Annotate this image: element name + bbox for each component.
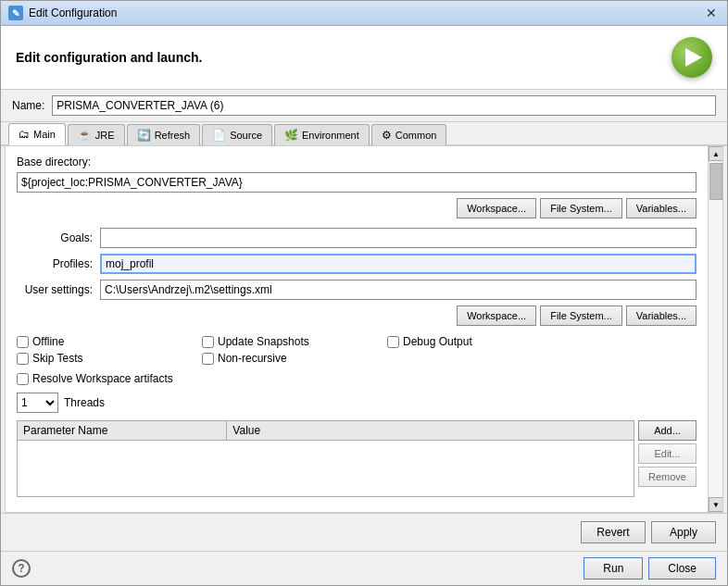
common-tab-icon: ⚙ bbox=[382, 129, 392, 142]
checkboxes-area: Offline Update Snapshots Debug Output Sk… bbox=[17, 335, 697, 368]
goals-label: Goals: bbox=[17, 231, 100, 244]
threads-row: 1 2 4 Threads bbox=[17, 393, 697, 413]
content-scrollable: Base directory: Workspace... File System… bbox=[5, 146, 723, 513]
user-settings-row: User settings: bbox=[17, 280, 697, 300]
close-window-button[interactable]: ✕ bbox=[703, 5, 720, 21]
run-button[interactable]: Run bbox=[584, 557, 643, 580]
debug-output-checkbox-row: Debug Output bbox=[387, 335, 572, 348]
resolve-workspace-row: Resolve Workspace artifacts bbox=[17, 372, 697, 385]
param-name-header: Parameter Name bbox=[18, 421, 227, 440]
common-tab-label: Common bbox=[395, 130, 437, 141]
tabs-row: 🗂 Main ☕ JRE 🔄 Refresh 📄 Source 🌿 Enviro… bbox=[1, 122, 727, 146]
main-tab-label: Main bbox=[33, 129, 56, 140]
variables-button-1[interactable]: Variables... bbox=[626, 198, 697, 218]
scrollbar[interactable]: ▲ ▼ bbox=[708, 146, 722, 512]
offline-checkbox-row: Offline bbox=[17, 335, 202, 348]
non-recursive-checkbox-row: Non-recursive bbox=[202, 352, 287, 365]
non-recursive-checkbox[interactable] bbox=[202, 353, 214, 365]
apply-button[interactable]: Apply bbox=[651, 521, 716, 543]
table-side-buttons: Add... Edit... Remove bbox=[638, 420, 697, 497]
file-system-button-2[interactable]: File System... bbox=[540, 305, 622, 326]
run-icon-button[interactable] bbox=[672, 37, 712, 78]
update-snapshots-label: Update Snapshots bbox=[218, 335, 309, 348]
close-button[interactable]: Close bbox=[648, 557, 716, 580]
skip-tests-checkbox[interactable] bbox=[17, 353, 29, 365]
workspace-button-2[interactable]: Workspace... bbox=[457, 305, 536, 326]
base-dir-input[interactable] bbox=[17, 172, 697, 193]
profiles-label: Profiles: bbox=[17, 257, 100, 270]
help-button[interactable]: ? bbox=[12, 559, 31, 578]
scroll-up-arrow[interactable]: ▲ bbox=[709, 146, 723, 161]
profiles-row: Profiles: bbox=[17, 254, 697, 274]
scroll-thumb[interactable] bbox=[709, 163, 722, 200]
threads-label: Threads bbox=[64, 396, 105, 409]
debug-output-checkbox[interactable] bbox=[387, 336, 399, 348]
revert-button[interactable]: Revert bbox=[581, 521, 646, 543]
resolve-workspace-label: Resolve Workspace artifacts bbox=[32, 372, 173, 385]
bottom-buttons-row: Revert Apply bbox=[1, 513, 727, 551]
skip-tests-checkbox-row: Skip Tests bbox=[17, 352, 202, 365]
goals-row: Goals: bbox=[17, 228, 697, 248]
update-snapshots-checkbox-row: Update Snapshots bbox=[202, 335, 387, 348]
tab-environment[interactable]: 🌿 Environment bbox=[274, 124, 370, 145]
tab-refresh[interactable]: 🔄 Refresh bbox=[127, 124, 201, 145]
edit-config-icon: ✎ bbox=[8, 6, 23, 20]
param-value-header: Value bbox=[227, 421, 634, 440]
dialog: ✎ Edit Configuration ✕ Edit configuratio… bbox=[0, 0, 728, 586]
offline-label: Offline bbox=[32, 335, 64, 348]
parameter-table-wrapper: Parameter Name Value Add... Edit... Remo… bbox=[17, 420, 697, 497]
scroll-track[interactable] bbox=[709, 161, 722, 497]
table-body bbox=[18, 441, 634, 496]
name-input[interactable] bbox=[52, 95, 716, 116]
variables-button-2[interactable]: Variables... bbox=[626, 305, 697, 326]
offline-checkbox[interactable] bbox=[17, 336, 29, 348]
non-recursive-label: Non-recursive bbox=[218, 352, 287, 365]
env-tab-label: Environment bbox=[302, 130, 359, 141]
user-settings-buttons: Workspace... File System... Variables... bbox=[17, 305, 697, 326]
tab-source[interactable]: 📄 Source bbox=[202, 124, 272, 145]
scroll-down-arrow[interactable]: ▼ bbox=[709, 497, 723, 512]
title-bar: ✎ Edit Configuration ✕ bbox=[1, 1, 727, 26]
title-bar-left: ✎ Edit Configuration bbox=[8, 6, 117, 20]
parameter-table: Parameter Name Value bbox=[17, 420, 634, 497]
main-tab-icon: 🗂 bbox=[19, 128, 30, 141]
profiles-input[interactable] bbox=[100, 254, 697, 274]
tab-jre[interactable]: ☕ JRE bbox=[68, 124, 125, 145]
run-triangle-icon bbox=[685, 48, 702, 67]
content-inner: Base directory: Workspace... File System… bbox=[6, 146, 708, 512]
env-tab-icon: 🌿 bbox=[284, 129, 298, 142]
file-system-button-1[interactable]: File System... bbox=[540, 198, 622, 218]
table-header: Parameter Name Value bbox=[18, 421, 634, 441]
add-parameter-button[interactable]: Add... bbox=[638, 420, 697, 441]
goals-input[interactable] bbox=[100, 228, 697, 248]
title-bar-text: Edit Configuration bbox=[29, 6, 117, 19]
tab-main[interactable]: 🗂 Main bbox=[8, 123, 66, 145]
tab-common[interactable]: ⚙ Common bbox=[371, 124, 447, 145]
edit-parameter-button[interactable]: Edit... bbox=[638, 443, 697, 464]
workspace-button-1[interactable]: Workspace... bbox=[457, 198, 536, 218]
name-label: Name: bbox=[12, 99, 44, 112]
source-tab-icon: 📄 bbox=[212, 129, 226, 142]
run-close-row: ? Run Close bbox=[1, 551, 727, 585]
update-snapshots-checkbox[interactable] bbox=[202, 336, 214, 348]
base-dir-buttons: Workspace... File System... Variables... bbox=[17, 198, 697, 218]
jre-tab-label: JRE bbox=[95, 130, 115, 141]
header-title: Edit configuration and launch. bbox=[16, 50, 202, 65]
header-area: Edit configuration and launch. bbox=[1, 26, 727, 90]
debug-output-label: Debug Output bbox=[403, 335, 472, 348]
user-settings-label: User settings: bbox=[17, 283, 100, 296]
threads-select[interactable]: 1 2 4 bbox=[17, 393, 58, 413]
remove-parameter-button[interactable]: Remove bbox=[638, 467, 697, 487]
name-row: Name: bbox=[1, 90, 727, 122]
source-tab-label: Source bbox=[230, 130, 262, 141]
refresh-tab-label: Refresh bbox=[155, 130, 191, 141]
resolve-workspace-checkbox[interactable] bbox=[17, 373, 29, 385]
run-close-buttons: Run Close bbox=[584, 557, 716, 580]
skip-tests-label: Skip Tests bbox=[32, 352, 82, 365]
refresh-tab-icon: 🔄 bbox=[137, 129, 151, 142]
jre-tab-icon: ☕ bbox=[78, 129, 92, 142]
user-settings-input[interactable] bbox=[100, 280, 697, 300]
base-dir-label: Base directory: bbox=[17, 156, 697, 168]
